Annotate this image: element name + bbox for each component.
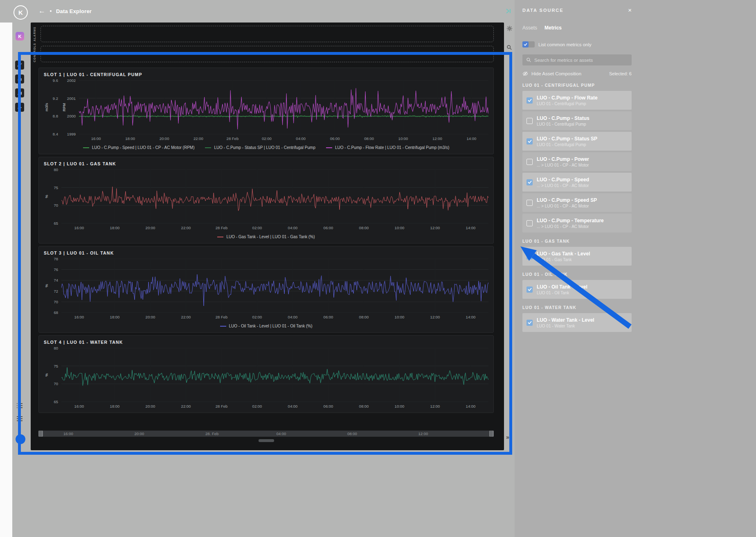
legend-item[interactable]: LUO - C.Pump - Flow Rate | LUO 01 - Cent… — [326, 145, 449, 150]
x-axis-tick: 14:00 — [454, 136, 488, 142]
scrollbar-grip[interactable] — [259, 439, 274, 442]
metric-title: LUO - C.Pump - Power — [537, 156, 589, 162]
metric-group: LUO 01 - GAS TANK LUO - Gas Tank - Level… — [522, 239, 632, 266]
legend-label: LUO - C.Pump - Speed | LUO 01 - CP - AC … — [92, 145, 195, 150]
metric-checkbox[interactable] — [526, 118, 533, 124]
metric-checkbox[interactable] — [526, 220, 533, 226]
metric-card[interactable]: LUO - C.Pump - Speed SP ... > LUO 01 - C… — [522, 193, 632, 212]
common-metrics-toggle-row[interactable]: List common metrics only — [522, 41, 632, 47]
metric-card[interactable]: LUO - C.Pump - Flow Rate LUO 01 - Centri… — [522, 91, 632, 110]
menu-icon[interactable] — [16, 415, 23, 422]
search-input[interactable] — [534, 58, 628, 63]
list-icon[interactable] — [16, 402, 23, 409]
axis-tick: 76 — [49, 267, 58, 272]
horizontal-scrollbar[interactable] — [38, 439, 494, 442]
check-icon — [528, 255, 532, 258]
metric-subtitle: LUO 01 - Water Tank — [537, 324, 594, 328]
metric-checkbox[interactable] — [526, 320, 533, 326]
chart-canvas[interactable] — [79, 80, 488, 134]
legend-label: LUO - Gas Tank - Level | LUO 01 - Gas Ta… — [226, 235, 315, 239]
hide-asset-composition-row[interactable]: Hide Asset Composition Selected: 6 — [522, 71, 632, 77]
metric-title: LUO - Gas Tank - Level — [537, 251, 590, 257]
search-button[interactable] — [506, 44, 513, 51]
legend-item[interactable]: LUO - Oil Tank - Level | LUO 01 - Oil Ta… — [220, 324, 313, 328]
legend-swatch — [220, 326, 226, 327]
metric-card[interactable]: LUO - Oil Tank - Level LUO 01 - Oil Tank — [522, 280, 632, 299]
timeline-label: 16:00 — [63, 431, 134, 436]
axis-unit-label: RPM — [61, 80, 67, 134]
x-axis-tick: 16:00 — [61, 315, 97, 320]
metric-card[interactable]: LUO - C.Pump - Status LUO 01 - Centrifug… — [522, 111, 632, 130]
x-axis-ticks: 16:0018:0020:0022:0028 Feb02:0004:0006:0… — [79, 134, 488, 142]
y-axis: % 80757065 — [44, 348, 61, 402]
check-icon — [528, 140, 532, 143]
metric-checkbox[interactable] — [526, 159, 533, 165]
legend-item[interactable]: LUO - Gas Tank - Level | LUO 01 - Gas Ta… — [217, 235, 315, 239]
axis-tick: 80 — [49, 167, 58, 172]
metric-group: LUO 01 - OIL TANK LUO - Oil Tank - Level… — [522, 272, 632, 299]
check-icon — [528, 99, 532, 102]
axis-tick: 8.4 — [49, 132, 58, 136]
close-icon[interactable]: × — [628, 7, 632, 13]
search-box[interactable] — [522, 54, 632, 65]
x-axis-tick: 06:00 — [310, 226, 346, 231]
collapse-panel-icon[interactable] — [506, 8, 513, 15]
y-axis: RPM 2002200120001999 — [61, 80, 79, 134]
tab[interactable]: Metrics — [544, 25, 562, 31]
metric-checkbox[interactable] — [526, 138, 533, 144]
eye-off-icon — [522, 71, 528, 77]
metric-checkbox[interactable] — [526, 200, 533, 206]
metric-subtitle: ... > LUO 01 - CP - AC Motor — [537, 204, 597, 208]
chevrons-right-icon[interactable]: » — [506, 434, 509, 440]
tab[interactable]: Assets — [522, 25, 537, 31]
metric-card[interactable]: LUO - C.Pump - Power ... > LUO 01 - CP -… — [522, 152, 632, 171]
metric-checkbox[interactable] — [526, 287, 533, 293]
toggle-knob — [522, 41, 529, 47]
chart-type-area-icon[interactable] — [15, 88, 24, 97]
chart-canvas[interactable] — [61, 169, 488, 223]
alarms-dropzone[interactable] — [40, 26, 494, 42]
chart-type-scatter-icon[interactable] — [15, 103, 24, 112]
metric-card[interactable]: LUO - C.Pump - Status SP LUO 01 - Centri… — [522, 132, 632, 151]
back-button[interactable]: ← — [38, 7, 45, 15]
toggle-switch[interactable] — [522, 41, 535, 47]
slot-title: SLOT 1 | LUO 01 - CENTRIFUGAL PUMP — [44, 72, 488, 77]
legend-item[interactable]: LUO - C.Pump - Status SP | LUO 01 - Cent… — [205, 145, 315, 150]
metric-card[interactable]: LUO - C.Pump - Speed ... > LUO 01 - CP -… — [522, 173, 632, 192]
y-axes: % 787674727068 — [44, 259, 61, 313]
metric-card[interactable]: LUO - C.Pump - Temperature ... > LUO 01 … — [522, 214, 632, 232]
timeline-handle-right[interactable] — [489, 431, 494, 437]
timeline-label: 04:00 — [277, 431, 347, 436]
toggle-label: List common metrics only — [538, 42, 592, 47]
timeline-handle-left[interactable] — [38, 431, 43, 437]
x-axis-tick: 04:00 — [275, 226, 310, 231]
metric-subtitle: ... > LUO 01 - CP - AC Motor — [537, 224, 604, 229]
chart-type-line-icon[interactable] — [15, 61, 24, 70]
timeline-scrubber[interactable]: 16:0020:0028. Feb04:0008:0012:00 — [38, 431, 494, 437]
settings-button[interactable] — [506, 25, 513, 32]
chart-legend: LUO - C.Pump - Speed | LUO 01 - CP - AC … — [44, 142, 488, 151]
legend-label: LUO - C.Pump - Status SP | LUO 01 - Cent… — [214, 145, 315, 150]
x-axis-tick: 12:00 — [420, 136, 454, 142]
x-axis-tick: 04:00 — [275, 315, 310, 320]
metric-checkbox[interactable] — [526, 97, 533, 104]
metric-card[interactable]: LUO - Water Tank - Level LUO 01 - Water … — [522, 313, 632, 332]
x-axis-tick: 10:00 — [382, 315, 417, 320]
user-avatar[interactable]: K — [16, 32, 24, 41]
x-axis-tick: 08:00 — [346, 226, 382, 231]
chart-slot: SLOT 1 | LUO 01 - CENTRIFUGAL PUMP m3/s … — [38, 68, 494, 154]
metric-checkbox[interactable] — [526, 253, 533, 259]
axis-ticks: 2002200120001999 — [67, 78, 79, 136]
x-axis-tick: 10:00 — [382, 226, 417, 231]
x-axis-tick: 20:00 — [133, 315, 168, 320]
axis-unit-label: % — [44, 348, 49, 402]
chart-type-bar-icon[interactable] — [15, 74, 24, 83]
chart-canvas[interactable] — [61, 259, 488, 313]
metric-card[interactable]: LUO - Gas Tank - Level LUO 01 - Gas Tank — [522, 247, 632, 266]
side-toolbar: » — [504, 23, 515, 450]
chart-canvas[interactable] — [61, 348, 488, 402]
legend-item[interactable]: LUO - C.Pump - Speed | LUO 01 - CP - AC … — [83, 145, 195, 150]
metric-checkbox[interactable] — [526, 179, 533, 185]
controls-dropzone[interactable] — [40, 46, 494, 62]
axis-tick: 78 — [49, 257, 58, 261]
